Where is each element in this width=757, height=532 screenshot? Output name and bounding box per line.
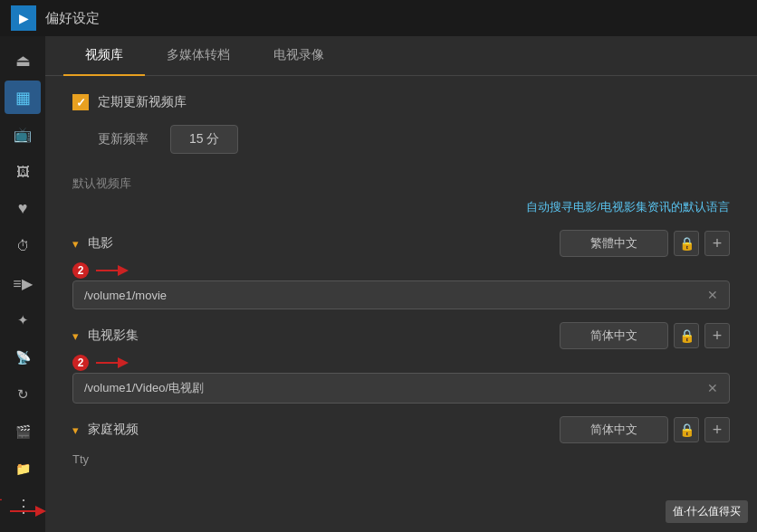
arrow-1-icon xyxy=(10,504,46,526)
sidebar-item-sync[interactable]: ↻ xyxy=(5,378,41,412)
arrow-2b-icon xyxy=(96,356,129,370)
library-home-video-header: ▾ 家庭视频 简体中文 🔒 + xyxy=(72,411,730,449)
sidebar-item-clock[interactable]: ⏱ xyxy=(5,229,41,262)
check-icon: ✓ xyxy=(76,96,86,109)
lock-icon: 🔒 xyxy=(679,236,695,251)
sync-icon: ↻ xyxy=(17,386,29,403)
video-icon: 🎬 xyxy=(15,424,31,439)
movie-add-button[interactable]: + xyxy=(704,231,730,256)
tty-text: Tty xyxy=(72,452,730,466)
library-tv-controls: 简体中文 🔒 + xyxy=(560,322,730,349)
sidebar-item-more[interactable]: ⋮ 1 xyxy=(5,489,41,523)
section-label: 默认视频库 xyxy=(72,176,730,192)
folder-icon: 📁 xyxy=(15,461,31,476)
movie-lang-badge: 繁體中文 xyxy=(560,230,668,257)
home-video-add-button[interactable]: + xyxy=(704,417,730,442)
home-video-lang-badge: 简体中文 xyxy=(560,416,668,443)
lock-icon: 🔒 xyxy=(679,423,695,437)
sidebar-item-film[interactable]: ▦ xyxy=(5,81,41,114)
sidebar-item-tv[interactable]: 📺 xyxy=(5,118,41,151)
auto-update-checkbox[interactable]: ✓ xyxy=(72,94,89,110)
add-icon: + xyxy=(713,422,723,438)
tv-lang-badge: 简体中文 xyxy=(560,322,668,349)
page-title: 偏好设定 xyxy=(45,10,100,27)
sidebar-item-video[interactable]: 🎬 xyxy=(5,415,41,449)
sidebar-item-favorite[interactable]: ♥ xyxy=(5,192,41,225)
freq-label: 更新频率 xyxy=(98,131,152,147)
add-icon: + xyxy=(713,328,723,344)
tv-add-button[interactable]: + xyxy=(704,323,730,348)
title-bar: ▶ 偏好设定 xyxy=(0,0,757,36)
settings-icon: ✦ xyxy=(17,312,29,328)
signal-icon: 📡 xyxy=(15,350,31,365)
movie-path-text: /volume1/movie xyxy=(84,289,700,302)
tab-videolibrary[interactable]: 视频库 xyxy=(63,36,145,76)
app-icon: ▶ xyxy=(11,5,36,31)
sidebar-item-signal[interactable]: 📡 xyxy=(5,341,41,375)
auto-update-label: 定期更新视频库 xyxy=(98,94,187,110)
watermark: 值·什么值得买 xyxy=(666,500,748,523)
library-tv-header: ▾ 电视影集 简体中文 🔒 + xyxy=(72,317,730,355)
sidebar-item-settings[interactable]: ✦ xyxy=(5,304,41,337)
annotation-1: 1 xyxy=(0,489,2,503)
movie-path-annotation: 2 xyxy=(72,262,730,279)
auto-update-row: ✓ 定期更新视频库 xyxy=(72,94,730,110)
library-movie-name: 电影 xyxy=(88,235,160,252)
chevron-home-icon[interactable]: ▾ xyxy=(72,423,79,437)
movie-lock-button[interactable]: 🔒 xyxy=(674,231,699,256)
eject-icon: ⏏ xyxy=(15,51,31,71)
tv-path-close-button[interactable]: ✕ xyxy=(707,381,718,395)
library-movie: ▾ 电影 繁體中文 🔒 + 2 xyxy=(72,224,730,309)
home-video-lock-button[interactable]: 🔒 xyxy=(674,417,699,442)
tv-path-row: /volume1/Video/电视剧 ✕ xyxy=(72,373,730,404)
library-home-video-name: 家庭视频 xyxy=(88,422,160,438)
library-home-video: ▾ 家庭视频 简体中文 🔒 + Tty xyxy=(72,411,730,466)
arrow-2a-icon xyxy=(96,263,129,278)
sidebar-item-menu[interactable]: ≡▶ xyxy=(5,266,41,299)
chevron-tv-icon[interactable]: ▾ xyxy=(72,329,79,343)
clock-icon: ⏱ xyxy=(16,238,30,253)
sidebar-item-eject[interactable]: ⏏ xyxy=(5,43,41,77)
tab-tv-record[interactable]: 电视录像 xyxy=(252,36,346,76)
annotation-2a: 2 xyxy=(72,262,89,279)
sidebar-item-photo[interactable]: 🖼 xyxy=(5,155,41,188)
library-home-video-controls: 简体中文 🔒 + xyxy=(560,416,730,443)
library-tv-name: 电视影集 xyxy=(88,328,160,344)
film-icon: ▦ xyxy=(15,88,31,108)
movie-path-close-button[interactable]: ✕ xyxy=(707,288,718,302)
tab-media-convert[interactable]: 多媒体转档 xyxy=(145,36,252,76)
library-tv: ▾ 电视影集 简体中文 🔒 + 2 xyxy=(72,317,730,404)
menu-icon: ≡▶ xyxy=(13,275,32,292)
heart-icon: ♥ xyxy=(18,199,28,218)
freq-row: 更新频率 15 分 xyxy=(72,125,730,154)
library-movie-header: ▾ 电影 繁體中文 🔒 + xyxy=(72,224,730,262)
movie-path-row: /volume1/movie ✕ xyxy=(72,280,730,309)
lock-icon: 🔒 xyxy=(679,328,695,343)
library-movie-controls: 繁體中文 🔒 + xyxy=(560,230,730,257)
tv-path-annotation: 2 xyxy=(72,355,730,371)
tv-icon: 📺 xyxy=(14,126,32,143)
freq-value: 15 分 xyxy=(170,125,238,154)
tab-bar: 视频库 多媒体转档 电视录像 xyxy=(45,36,757,76)
sidebar: ⏏ ▦ 📺 🖼 ♥ ⏱ ≡▶ ✦ 📡 ↻ 🎬 xyxy=(0,36,45,532)
annotation-2b: 2 xyxy=(72,355,89,371)
tv-path-text: /volume1/Video/电视剧 xyxy=(84,380,700,396)
hint-text: 自动搜寻电影/电视影集资讯的默认语言 xyxy=(72,199,730,215)
content-area: 视频库 多媒体转档 电视录像 ✓ 定期更新视频库 更新频率 15 分 默认视频库… xyxy=(45,36,757,532)
main-layout: ⏏ ▦ 📺 🖼 ♥ ⏱ ≡▶ ✦ 📡 ↻ 🎬 xyxy=(0,36,757,532)
add-icon: + xyxy=(713,235,723,252)
chevron-movie-icon[interactable]: ▾ xyxy=(72,237,79,251)
sidebar-item-folder[interactable]: 📁 xyxy=(5,452,41,486)
tab-content: ✓ 定期更新视频库 更新频率 15 分 默认视频库 自动搜寻电影/电视影集资讯的… xyxy=(45,76,757,532)
photo-icon: 🖼 xyxy=(16,164,30,179)
tv-lock-button[interactable]: 🔒 xyxy=(674,323,699,348)
